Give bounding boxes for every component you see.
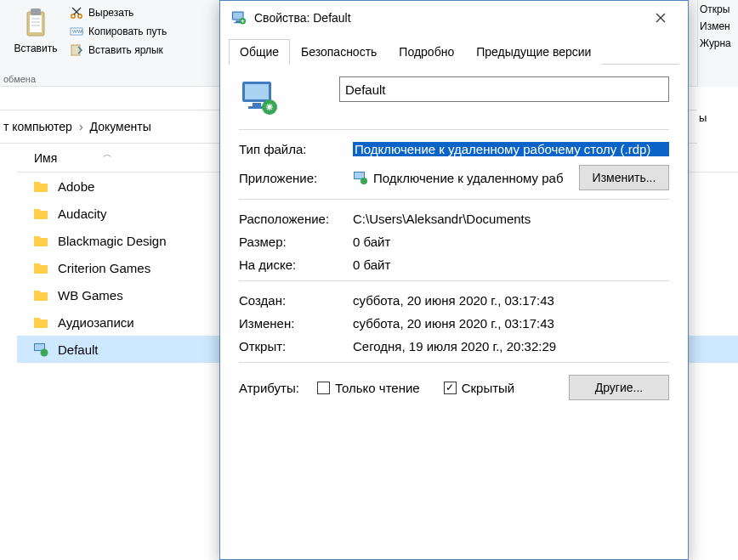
cut-button[interactable]: Вырезать bbox=[66, 3, 170, 22]
shortcut-icon bbox=[70, 43, 83, 57]
size-value: 0 байт bbox=[353, 235, 669, 249]
tab-previous-versions[interactable]: Предыдущие версии bbox=[465, 39, 602, 65]
rdp-icon bbox=[230, 9, 247, 26]
other-attributes-button[interactable]: Другие... bbox=[569, 375, 669, 400]
breadcrumb-part[interactable]: Документы bbox=[90, 120, 151, 133]
attributes-label: Атрибуты: bbox=[239, 381, 317, 395]
svg-rect-2 bbox=[30, 15, 42, 32]
accessed-label: Открыт: bbox=[239, 339, 353, 354]
titlebar[interactable]: Свойства: Default bbox=[220, 1, 688, 35]
paste-label: Вставить bbox=[14, 42, 58, 54]
tab-general[interactable]: Общие bbox=[229, 39, 290, 65]
collapse-icon[interactable]: ︿ bbox=[103, 148, 112, 161]
paste-shortcut-button[interactable]: Вставить ярлык bbox=[66, 41, 170, 59]
accessed-value: Сегодня, 19 июля 2020 г., 20:32:29 bbox=[353, 339, 669, 354]
location-label: Расположение: bbox=[239, 212, 353, 226]
copy-path-icon: WWW bbox=[70, 25, 83, 38]
svg-rect-29 bbox=[355, 173, 364, 178]
dialog-title: Свойства: Default bbox=[254, 11, 644, 25]
app-value: Подключение к удаленному раб bbox=[373, 171, 572, 185]
svg-rect-1 bbox=[31, 8, 41, 15]
size-on-disk-value: 0 байт bbox=[353, 257, 669, 272]
file-name-input[interactable] bbox=[339, 76, 669, 102]
modified-label: Изменен: bbox=[239, 316, 353, 331]
rdp-app-icon bbox=[353, 170, 368, 185]
properties-dialog: Свойства: Default Общие Безопасность Под… bbox=[219, 0, 689, 560]
svg-point-6 bbox=[71, 14, 75, 18]
size-on-disk-label: На диске: bbox=[239, 257, 353, 272]
breadcrumb-part[interactable]: т компьютер bbox=[3, 120, 72, 133]
location-value: C:\Users\Aleksandr\Documents bbox=[353, 212, 669, 226]
close-icon bbox=[656, 13, 666, 23]
created-value: суббота, 20 июня 2020 г., 03:17:43 bbox=[353, 293, 669, 308]
tab-details[interactable]: Подробно bbox=[388, 39, 465, 65]
filetype-value: Подключение к удаленному рабочему столу … bbox=[353, 142, 669, 156]
svg-rect-17 bbox=[233, 13, 242, 20]
chevron-right-icon: › bbox=[79, 120, 83, 133]
tab-security[interactable]: Безопасность bbox=[290, 39, 388, 65]
tab-strip: Общие Безопасность Подробно Предыдущие в… bbox=[229, 38, 679, 65]
clipboard-icon bbox=[22, 7, 49, 41]
close-button[interactable] bbox=[644, 4, 678, 31]
hidden-checkbox[interactable]: ✓ Скрытый bbox=[444, 381, 515, 395]
copy-path-button[interactable]: WWW Копировать путь bbox=[66, 22, 170, 41]
readonly-checkbox[interactable]: Только чтение bbox=[317, 381, 420, 395]
change-app-button[interactable]: Изменить... bbox=[579, 165, 669, 190]
created-label: Создан: bbox=[239, 293, 353, 308]
ribbon-group-caption: обмена bbox=[3, 74, 36, 84]
rdp-file-icon bbox=[239, 76, 280, 117]
scissors-icon bbox=[70, 6, 83, 20]
checkbox-icon bbox=[317, 382, 330, 394]
filetype-label: Тип файла: bbox=[239, 142, 353, 156]
svg-text:WWW: WWW bbox=[72, 29, 83, 34]
size-label: Размер: bbox=[239, 235, 353, 249]
svg-point-30 bbox=[360, 178, 367, 184]
app-label: Приложение: bbox=[239, 171, 353, 185]
modified-value: суббота, 20 июня 2020 г., 03:17:43 bbox=[353, 316, 669, 331]
svg-rect-18 bbox=[236, 20, 240, 22]
paste-button[interactable]: Вставить bbox=[5, 2, 66, 54]
tab-pane-general: Тип файла: Подключение к удаленному рабо… bbox=[220, 65, 688, 400]
svg-rect-25 bbox=[253, 103, 261, 106]
svg-point-7 bbox=[78, 14, 82, 18]
checkbox-icon: ✓ bbox=[444, 382, 457, 394]
ribbon-right-fragment: Откры Измен Журна bbox=[697, 0, 738, 87]
svg-rect-24 bbox=[245, 84, 269, 99]
